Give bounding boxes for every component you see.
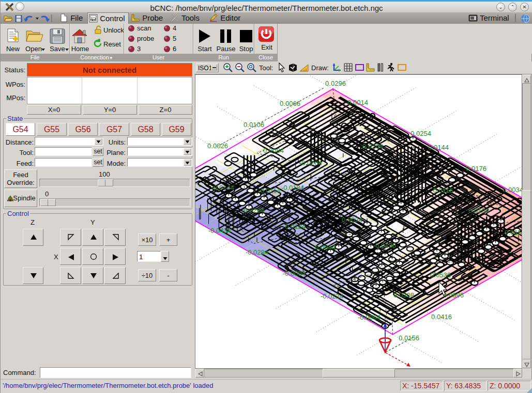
svg-text:-0.0434: -0.0434	[208, 227, 231, 234]
svg-text:0.0084: 0.0084	[263, 147, 284, 154]
svg-text:-0.0124: -0.0124	[283, 223, 306, 230]
svg-text:0.0536: 0.0536	[430, 271, 451, 279]
svg-text:0.0116: 0.0116	[433, 186, 453, 194]
svg-text:0.0136: 0.0136	[375, 242, 396, 249]
svg-text:0.0254: 0.0254	[411, 130, 431, 137]
svg-text:0.0034: 0.0034	[503, 186, 522, 194]
svg-text:0.0416: 0.0416	[431, 313, 452, 321]
svg-text:0.0026: 0.0026	[207, 142, 228, 150]
svg-text:0.0104: 0.0104	[468, 207, 489, 214]
svg-text:0.0204: 0.0204	[362, 143, 383, 150]
svg-text:-0.0064: -0.0064	[358, 313, 381, 321]
svg-text:0.0176: 0.0176	[466, 165, 487, 172]
svg-text:0.0144: 0.0144	[428, 144, 449, 151]
svg-text:-0.0144: -0.0144	[211, 184, 234, 192]
svg-text:0.0024: 0.0024	[342, 216, 362, 224]
svg-text:-0.0224: -0.0224	[321, 292, 343, 300]
svg-text:0.0296: 0.0296	[325, 80, 346, 87]
svg-text:0.0044: 0.0044	[315, 243, 336, 251]
svg-text:0.0696: 0.0696	[443, 291, 464, 299]
svg-text:-0.0184: -0.0184	[281, 184, 304, 192]
svg-text:0.0150: 0.0150	[505, 229, 522, 237]
svg-text:-0.0094: -0.0094	[283, 270, 306, 277]
svg-text:0.0156: 0.0156	[399, 334, 419, 342]
svg-text:0.0308: 0.0308	[393, 291, 414, 299]
svg-text:0.0106: 0.0106	[244, 121, 264, 129]
svg-text:0.0014: 0.0014	[347, 99, 368, 106]
svg-text:-0.0264: -0.0264	[241, 207, 264, 214]
svg-text:-0.0284: -0.0284	[246, 248, 268, 256]
svg-text:-0.0114: -0.0114	[258, 187, 280, 195]
svg-text:-0.0204: -0.0204	[299, 159, 322, 167]
svg-text:0.0066: 0.0066	[280, 100, 300, 107]
